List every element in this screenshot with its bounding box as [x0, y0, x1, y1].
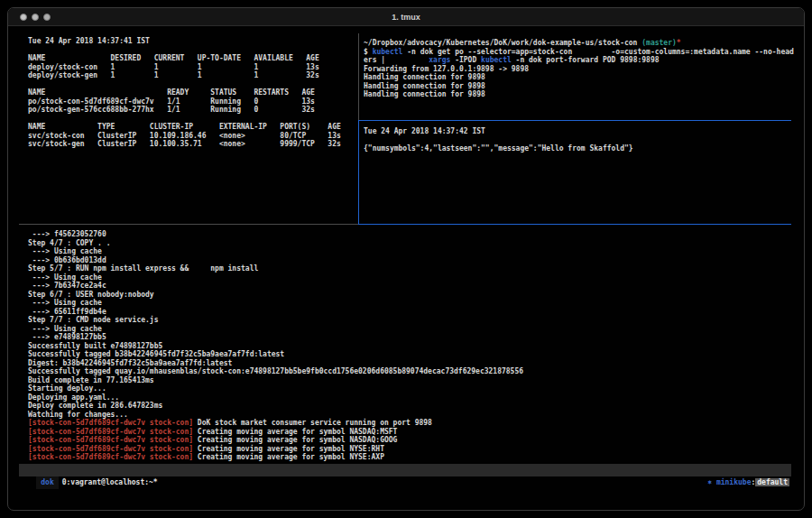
kube-context: minikube	[716, 478, 752, 486]
terminal-window: 1. tmux Tue 24 Apr 2018 14:37:41 IST NAM…	[7, 7, 805, 511]
terminal-line: NAME READY STATUS RESTARTS AGE	[28, 88, 356, 97]
session-name: dok	[36, 476, 58, 489]
terminal-line: $ kubectl -n dok get po --selector=app=s…	[364, 48, 798, 57]
pane-divider-horizontal-right[interactable]	[358, 120, 791, 121]
terminal-line: Handling connection for 9898	[364, 90, 798, 99]
pane-skaffold-log[interactable]: ---> f45623052760Step 4/7 : COPY . . ---…	[28, 230, 798, 463]
terminal-line: Successfully tagged b38b42246945fd7f32c5…	[28, 350, 798, 359]
terminal-line: Successfully built e74898127bb5	[28, 342, 798, 351]
terminal-line: ers | xargs -IPOD kubectl -n dok port-fo…	[364, 56, 798, 65]
window-title: 1. tmux	[8, 13, 804, 22]
terminal-line: Handling connection for 9898	[364, 73, 798, 82]
terminal-line: po/stock-gen-576cc688bb-277hx 1/1 Runnin…	[28, 106, 356, 115]
pane-service-response[interactable]: Tue 24 Apr 2018 14:37:42 IST {"numsymbol…	[364, 127, 798, 221]
terminal-line: deploy/stock-con 1 1 1 1 13s	[28, 63, 356, 72]
terminal-line	[28, 46, 356, 55]
pane-divider-horizontal-bottom-right[interactable]	[358, 224, 791, 225]
pane-divider-horizontal-bottom-left[interactable]	[19, 224, 358, 225]
terminal-line	[28, 80, 356, 89]
terminal-line: svc/stock-gen ClusterIP 10.100.35.71 <no…	[28, 140, 356, 149]
terminal-line: ---> f45623052760	[28, 230, 798, 239]
terminal-line: Handling connection for 9898	[364, 82, 798, 91]
terminal-line: Step 5/7 : RUN npm install express && np…	[28, 264, 798, 273]
terminal-line: Tue 24 Apr 2018 14:37:41 IST	[28, 37, 356, 46]
terminal-line: deploy/stock-gen 1 1 1 1 32s	[28, 71, 356, 80]
terminal-line: ---> 7b6347ce2a4c	[28, 282, 798, 291]
terminal-line: Digest: b38b42246945fd7f32c5ba9aea7af7fd…	[28, 359, 798, 368]
tmux-status-bar: dok0:vagrant@localhost:~* ⎈ minikube:def…	[19, 464, 791, 476]
terminal-line: ---> 0b636bd013dd	[28, 256, 798, 265]
kube-namespace: default	[755, 478, 789, 486]
terminal-line: Deploying app.yaml...	[28, 393, 798, 402]
terminal-line: ---> Using cache	[28, 325, 798, 334]
terminal-line: [stock-con-5d7df689cf-dwc7v stock-con] C…	[28, 428, 798, 437]
terminal-line: ---> 65611ff9db4e	[28, 308, 798, 317]
window-titlebar: 1. tmux	[8, 8, 804, 26]
terminal-line: po/stock-con-5d7df689cf-dwc7v 1/1 Runnin…	[28, 97, 356, 106]
terminal-line: ---> Using cache	[28, 247, 798, 256]
terminal-line: Step 6/7 : USER nobody:nobody	[28, 291, 798, 300]
terminal-line: [stock-con-5d7df689cf-dwc7v stock-con] D…	[28, 419, 798, 428]
window-item[interactable]: 0:vagrant@localhost:~*	[59, 478, 158, 486]
terminal-line: Deploy complete in 286.647823ms	[28, 402, 798, 411]
pane-divider-vertical-top[interactable]	[358, 33, 359, 120]
terminal-line: Build complete in 77.165413ms	[28, 376, 798, 385]
terminal-line: Step 4/7 : COPY . .	[28, 239, 798, 248]
terminal-line: Forwarding from 127.0.0.1:9898 -> 9898	[364, 65, 798, 74]
terminal-line: ---> Using cache	[28, 273, 798, 282]
terminal-line: [stock-con-5d7df689cf-dwc7v stock-con] C…	[28, 436, 798, 445]
terminal-line: Successfully tagged quay.io/mhausenblas/…	[28, 367, 798, 376]
terminal-line: svc/stock-con ClusterIP 10.109.186.46 <n…	[28, 132, 356, 141]
terminal-line: ---> e74898127bb5	[28, 333, 798, 342]
pane-kubectl-watch[interactable]: Tue 24 Apr 2018 14:37:41 IST NAME DESIRE…	[28, 37, 356, 208]
terminal-line: ~/Dropbox/advocacy/Kubernetes/DoK/work/d…	[364, 39, 798, 48]
kubernetes-helm-icon: ⎈	[707, 478, 716, 486]
terminal-line: Watching for changes...	[28, 411, 798, 420]
terminal-line: NAME TYPE CLUSTER-IP EXTERNAL-IP PORT(S)…	[28, 123, 356, 132]
terminal-line: Starting deploy...	[28, 384, 798, 393]
terminal-line: ---> Using cache	[28, 299, 798, 308]
pane-port-forward[interactable]: ~/Dropbox/advocacy/Kubernetes/DoK/work/d…	[364, 39, 798, 118]
terminal-line: NAME DESIRED CURRENT UP-TO-DATE AVAILABL…	[28, 54, 356, 63]
pane-divider-vertical-active[interactable]	[358, 120, 359, 225]
terminal-line: [stock-con-5d7df689cf-dwc7v stock-con] C…	[28, 453, 798, 462]
terminal-line	[28, 115, 356, 124]
terminal-line	[364, 136, 798, 145]
terminal-line: Tue 24 Apr 2018 14:37:42 IST	[364, 127, 798, 136]
terminal-line: {"numsymbols":4,"lastseen":"","message":…	[364, 144, 798, 153]
terminal-line: [stock-con-5d7df689cf-dwc7v stock-con] C…	[28, 445, 798, 454]
kube-status: ⎈ minikube:default	[681, 464, 789, 476]
terminal-line: Step 7/7 : CMD node service.js	[28, 316, 798, 325]
